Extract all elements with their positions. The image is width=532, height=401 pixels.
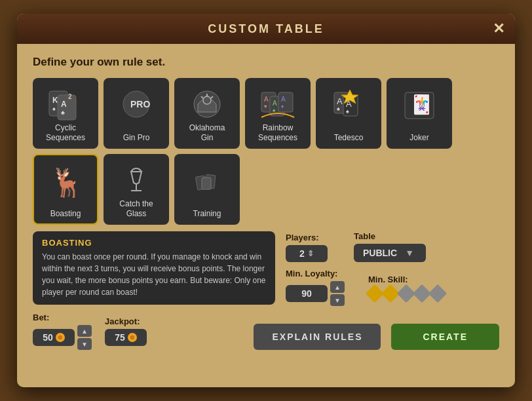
- boasting-label: Boasting: [50, 209, 81, 218]
- catch-glass-icon: [115, 161, 157, 202]
- table-value: PUBLIC: [363, 248, 397, 258]
- rule-grid: K ♠ A ♣ 2 CyclicSequences PRO: [33, 78, 499, 225]
- svg-text:A: A: [337, 96, 343, 106]
- svg-text:🦌: 🦌: [50, 166, 85, 199]
- players-group: Players: 2 ⇕: [286, 233, 328, 262]
- catch-glass-label: Catch theGlass: [119, 199, 153, 218]
- rule-card-joker[interactable]: 🃏 Joker: [387, 78, 452, 149]
- svg-text:A: A: [264, 96, 269, 103]
- jackpot-group: Jackpot: 75 ⚙: [105, 316, 147, 346]
- loyalty-value-row: 90 ▲ ▼: [286, 281, 345, 306]
- tooltip-box: BOASTING You can boast once per round. I…: [33, 231, 275, 305]
- rule-card-gin-pro[interactable]: PRO Gin Pro: [104, 78, 169, 149]
- players-label: Players:: [286, 233, 328, 242]
- svg-text:A: A: [281, 96, 286, 103]
- loyalty-value-box: 90: [286, 285, 328, 302]
- tedesco-label: Tedesco: [334, 133, 364, 142]
- players-value-row: 2 ⇕: [286, 245, 328, 262]
- svg-rect-40: [202, 178, 211, 189]
- jackpot-value-box: 75 ⚙: [105, 329, 147, 346]
- rule-card-training[interactable]: Training: [174, 154, 240, 225]
- bet-down-button[interactable]: ▼: [77, 338, 92, 350]
- svg-text:♥: ♥: [264, 104, 267, 109]
- svg-text:🃏: 🃏: [410, 94, 433, 115]
- dropdown-arrow-icon: ▼: [405, 248, 414, 258]
- rule-card-oklahoma[interactable]: OklahomaGin: [174, 78, 240, 149]
- players-value: 2: [299, 248, 305, 259]
- loyalty-group: Min. Loyalty: 90 ▲ ▼: [286, 269, 345, 306]
- mid-right: Players: 2 ⇕ Table PUBLIC: [286, 231, 499, 306]
- skill-diamond-5: [428, 284, 447, 303]
- players-table-row: Players: 2 ⇕ Table PUBLIC: [286, 231, 499, 262]
- subtitle: Define your own rule set.: [33, 56, 499, 69]
- gin-pro-icon: PRO: [115, 85, 157, 126]
- rule-card-boasting[interactable]: 🦌 Boasting: [33, 154, 98, 225]
- table-label: Table: [354, 231, 426, 241]
- jackpot-value: 75: [115, 332, 125, 343]
- skill-diamonds: [368, 287, 444, 300]
- bet-value-box: 50 ⚙: [33, 329, 75, 346]
- svg-text:A: A: [273, 100, 277, 107]
- rule-card-catch-glass[interactable]: Catch theGlass: [104, 154, 169, 225]
- joker-label: Joker: [409, 133, 428, 142]
- players-arrow: ⇕: [307, 249, 314, 258]
- table-dropdown[interactable]: PUBLIC ▼: [354, 244, 426, 262]
- svg-text:♣: ♣: [61, 109, 65, 116]
- modal-header: CUSTOM TABLE ✕: [17, 14, 515, 44]
- loyalty-down-button[interactable]: ▼: [330, 294, 345, 306]
- rule-card-tedesco[interactable]: A ♠ A ♠ Tedesco: [316, 78, 381, 149]
- bet-label: Bet:: [33, 313, 92, 322]
- svg-text:♦: ♦: [281, 104, 284, 109]
- tooltip-text: You can boast once per round. If you man…: [42, 251, 266, 298]
- bet-value: 50: [43, 332, 53, 343]
- explain-rules-button[interactable]: EXPLAIN RULES: [254, 324, 381, 350]
- loyalty-skill-row: Min. Loyalty: 90 ▲ ▼: [286, 269, 499, 306]
- svg-text:♠: ♠: [346, 108, 349, 115]
- cyclic-label: CyclicSequences: [46, 123, 85, 142]
- bet-group: Bet: 50 ⚙ ▲ ▼: [33, 313, 92, 350]
- close-button[interactable]: ✕: [493, 22, 504, 36]
- oklahoma-icon: [186, 85, 228, 126]
- loyalty-label: Min. Loyalty:: [286, 269, 345, 278]
- gin-pro-label: Gin Pro: [123, 133, 150, 142]
- players-value-box: 2 ⇕: [286, 245, 328, 262]
- create-button[interactable]: CREATE: [391, 324, 499, 350]
- oklahoma-label: OklahomaGin: [189, 123, 225, 142]
- custom-table-modal: CUSTOM TABLE ✕ Define your own rule set.…: [17, 14, 515, 387]
- rainbow-label: RainbowSequences: [258, 123, 297, 142]
- modal-body: Define your own rule set. K ♠ A ♣ 2 Cycl…: [17, 44, 515, 387]
- boasting-icon: 🦌: [45, 161, 86, 202]
- jackpot-value-row: 75 ⚙: [105, 329, 147, 346]
- jackpot-coin-icon: ⚙: [128, 333, 137, 342]
- training-icon: [186, 161, 228, 202]
- skill-label: Min. Skill:: [368, 275, 444, 284]
- bet-arrows: ▲ ▼: [77, 325, 92, 350]
- bet-value-row: 50 ⚙ ▲ ▼: [33, 325, 92, 350]
- svg-text:2: 2: [68, 93, 72, 100]
- tedesco-icon: A ♠ A ♠: [328, 85, 370, 126]
- skill-group: Min. Skill:: [368, 275, 444, 300]
- bet-up-button[interactable]: ▲: [77, 325, 92, 337]
- svg-text:PRO: PRO: [130, 99, 150, 109]
- rule-card-rainbow[interactable]: A ♥ A ♠ A ♦ RainbowSequences: [245, 78, 311, 149]
- tooltip-title: BOASTING: [42, 238, 266, 248]
- jackpot-label: Jackpot:: [105, 316, 147, 326]
- rainbow-icon: A ♥ A ♠ A ♦: [257, 85, 299, 126]
- table-group: Table PUBLIC ▼: [354, 231, 426, 262]
- loyalty-arrows: ▲ ▼: [330, 281, 345, 306]
- joker-icon: 🃏: [398, 85, 440, 126]
- cyclic-icon: K ♠ A ♣ 2: [45, 85, 86, 126]
- svg-text:♠: ♠: [52, 105, 56, 112]
- modal-title: CUSTOM TABLE: [208, 22, 324, 36]
- bet-coin-icon: ⚙: [56, 333, 65, 342]
- training-label: Training: [193, 209, 221, 218]
- svg-text:♠: ♠: [337, 105, 340, 112]
- action-row: EXPLAIN RULES CREATE: [254, 324, 499, 350]
- rule-card-cyclic[interactable]: K ♠ A ♣ 2 CyclicSequences: [33, 78, 98, 149]
- svg-text:A: A: [61, 100, 67, 109]
- bet-jackpot-row: Bet: 50 ⚙ ▲ ▼ Jackpot: 75: [33, 313, 499, 350]
- loyalty-value: 90: [301, 288, 312, 299]
- loyalty-up-button[interactable]: ▲: [330, 281, 345, 293]
- mid-row: BOASTING You can boast once per round. I…: [33, 231, 499, 306]
